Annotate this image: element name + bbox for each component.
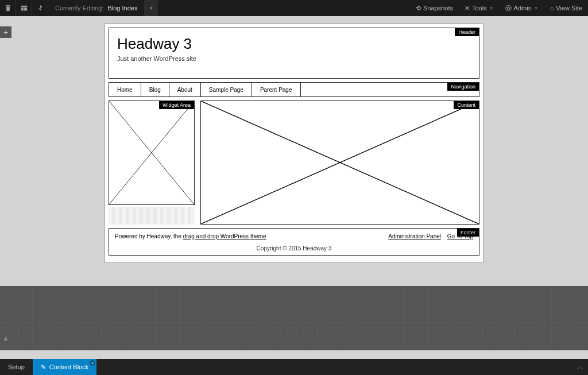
header-block[interactable]: Header Headway 3 Just another WordPress … (109, 28, 479, 79)
add-block-bottom-button[interactable]: + (0, 333, 11, 345)
widget-area-block[interactable]: Widget Area (109, 100, 195, 205)
chevron-down-icon: ▼ (489, 6, 494, 11)
nav-item-home[interactable]: Home (109, 83, 141, 96)
placeholder-x-icon (201, 101, 479, 224)
site-tagline: Just another WordPress site (117, 55, 471, 62)
top-bar: Currently Editing: Blog Index ▼ ⟲Snapsho… (0, 0, 588, 16)
tools-menu[interactable]: ✕Tools▼ (459, 0, 500, 16)
chevron-down-icon: ▼ (149, 6, 153, 11)
site-title: Headway 3 (117, 35, 471, 53)
footer-row: Powered by Headway, the drag and drop Wo… (115, 233, 473, 239)
close-tab-icon[interactable]: × (90, 360, 95, 366)
navigation-block[interactable]: Navigation Home Blog About Sample Page P… (109, 82, 479, 97)
navigation-block-label: Navigation (447, 83, 479, 91)
nav-item-about[interactable]: About (169, 83, 201, 96)
pin-icon[interactable] (32, 0, 48, 16)
nav-item-parent[interactable]: Parent Page (252, 83, 301, 96)
layout-icon[interactable] (16, 0, 32, 16)
chevron-up-icon: ︿ (577, 362, 583, 372)
delete-icon[interactable] (0, 0, 16, 16)
footer-block[interactable]: Footer Powered by Headway, the drag and … (109, 228, 479, 256)
footer-powered-link[interactable]: drag and drop WordPress theme (183, 233, 266, 239)
widget-area-label: Widget Area (159, 101, 194, 109)
footer-block-label: Footer (457, 229, 479, 237)
topbar-left: Currently Editing: Blog Index ▼ (0, 0, 158, 16)
pencil-icon: ✎ (41, 364, 46, 371)
header-block-label: Header (455, 28, 479, 36)
content-block-tab[interactable]: ✎ Content Block × (33, 359, 96, 375)
expand-panel-button[interactable]: ︿ (572, 359, 588, 375)
view-site-menu[interactable]: ⌂View Site (544, 0, 588, 16)
footer-powered-pre: Powered by Headway, the (115, 233, 183, 239)
content-block[interactable]: Content (200, 100, 479, 225)
nav-item-blog[interactable]: Blog (141, 83, 169, 96)
currently-editing: Currently Editing: Blog Index (48, 0, 144, 16)
footer-copyright: Copyright © 2015 Headway 3 (115, 245, 473, 252)
admin-menu[interactable]: ⓦAdmin▼ (500, 0, 544, 16)
tools-icon: ✕ (465, 5, 470, 12)
topbar-right: ⟲Snapshots ✕Tools▼ ⓦAdmin▼ ⌂View Site (410, 0, 588, 16)
nav-item-sample[interactable]: Sample Page (201, 83, 252, 96)
content-block-label: Content (454, 101, 479, 109)
lower-grid-area[interactable] (0, 286, 588, 350)
wordpress-icon: ⓦ (505, 4, 512, 13)
workspace: + Header Headway 3 Just another WordPres… (0, 16, 588, 350)
editing-value: Blog Index (107, 5, 137, 11)
footer-left: Powered by Headway, the drag and drop Wo… (115, 233, 266, 239)
editing-label: Currently Editing: (55, 5, 103, 11)
bottom-bar: Setup ✎ Content Block × ︿ (0, 359, 588, 375)
setup-tab[interactable]: Setup (0, 359, 33, 375)
home-icon: ⌂ (550, 5, 554, 11)
admin-panel-link[interactable]: Administration Panel (388, 233, 441, 239)
grid-stub (109, 207, 195, 225)
mid-row: Widget Area Content (109, 100, 479, 225)
chevron-down-icon: ▼ (534, 6, 539, 11)
snapshots-menu[interactable]: ⟲Snapshots (410, 0, 459, 16)
refresh-icon: ⟲ (416, 5, 421, 12)
add-block-top-button[interactable]: + (0, 26, 11, 38)
editing-dropdown[interactable]: ▼ (144, 0, 158, 16)
widget-column: Widget Area (109, 100, 195, 225)
layout-canvas[interactable]: Header Headway 3 Just another WordPress … (105, 24, 483, 263)
placeholder-x-icon (109, 101, 194, 204)
